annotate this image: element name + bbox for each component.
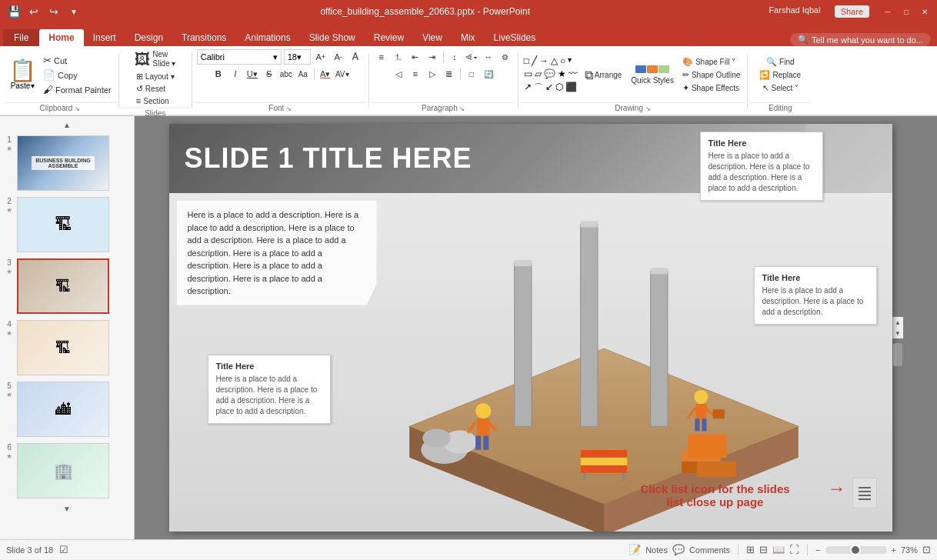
normal-view-icon[interactable]: ⊞ <box>746 544 755 555</box>
slide-thumb-4[interactable]: 4 ★ 🏗 <box>3 318 131 377</box>
section-button[interactable]: ≡ Section <box>134 95 177 106</box>
layout-button[interactable]: ⊞ Layout ▾ <box>134 71 177 82</box>
font-family-dropdown[interactable]: Calibri ▾ <box>197 49 282 65</box>
increase-indent-button[interactable]: ⇥ <box>425 49 440 65</box>
slide-img-4[interactable]: 🏗 <box>17 320 109 375</box>
slide-panel-scroll-up[interactable]: ▲ <box>3 119 131 131</box>
underline-button[interactable]: U▾ <box>245 66 260 82</box>
shape-more[interactable]: ▾ <box>567 55 572 67</box>
font-color-button[interactable]: A▾ <box>318 66 333 82</box>
slide-img-5[interactable]: 🏙 <box>17 382 109 437</box>
shape-effects-button[interactable]: ✦ Shape Effects <box>680 82 742 94</box>
fit-slide-icon[interactable]: ⊡ <box>922 544 931 555</box>
zoom-in-button[interactable]: + <box>892 545 896 555</box>
zoom-slider-thumb[interactable] <box>850 545 861 555</box>
text-box-button[interactable]: □ <box>464 66 479 82</box>
decrease-font-button[interactable]: A- <box>331 49 346 65</box>
paste-dropdown-icon[interactable]: ▾ <box>31 82 35 90</box>
shape-freeform[interactable]: 〰 <box>568 68 579 80</box>
user-name[interactable]: Farshad Iqbal <box>769 5 820 18</box>
shape-arrow[interactable]: → <box>539 55 549 67</box>
numbered-list-button[interactable]: ⒈ <box>391 49 406 65</box>
slide-img-3[interactable]: 🏗 <box>17 258 109 314</box>
zoom-out-button[interactable]: − <box>815 545 820 555</box>
shape-fill-button[interactable]: 🎨 Shape Fill ˅ <box>680 56 742 68</box>
tell-me-input[interactable]: 🔍 Tell me what you want to do... <box>790 33 931 46</box>
zoom-slider[interactable] <box>825 546 887 554</box>
justify-button[interactable]: ≣ <box>442 66 457 82</box>
list-icon[interactable] <box>852 478 877 508</box>
increase-font-button[interactable]: A+ <box>313 49 328 65</box>
font-size-dropdown[interactable]: 18▾ <box>284 49 311 65</box>
slide-panel-scroll-down[interactable]: ▼ <box>3 503 131 515</box>
shape-bend[interactable]: ↙ <box>545 81 554 95</box>
shape-rect[interactable]: □ <box>523 55 530 67</box>
shape-poly[interactable]: ⬡ <box>555 81 564 95</box>
shape-line2[interactable]: ↗ <box>523 81 532 95</box>
align-left-button[interactable]: ◁ <box>391 66 406 82</box>
tab-slideshow[interactable]: Slide Show <box>300 29 365 46</box>
shape-arc[interactable]: ⌒ <box>533 81 544 95</box>
paste-button[interactable]: 📋 Paste ▾ <box>6 58 39 92</box>
reset-button[interactable]: ↺ Reset <box>134 83 177 95</box>
reading-view-icon[interactable]: 📖 <box>772 544 785 555</box>
share-button[interactable]: Share <box>835 5 869 18</box>
save-icon[interactable]: 💾 <box>6 4 22 19</box>
tab-animations[interactable]: Animations <box>235 29 299 46</box>
replace-button[interactable]: 🔁 Replace <box>757 69 803 81</box>
bold-button[interactable]: B <box>211 66 226 82</box>
tab-liveslides[interactable]: LiveSlides <box>485 29 545 46</box>
bullet-list-button[interactable]: ≡ <box>374 49 389 65</box>
arrange-button[interactable]: ⧉Arrange <box>582 67 625 84</box>
shape-circle[interactable]: ○ <box>559 55 566 67</box>
shape-rounded-rect[interactable]: ▭ <box>523 68 533 80</box>
slide-thumb-2[interactable]: 2 ★ 🏗 <box>3 195 131 254</box>
slide-thumb-5[interactable]: 5 ★ 🏙 <box>3 380 131 438</box>
slide-thumb-1[interactable]: 1 ★ BUSINESS BUILDING ASSEMBLE <box>3 134 131 192</box>
restore-button[interactable]: □ <box>900 5 912 18</box>
select-button[interactable]: ↖ Select ˅ <box>760 82 802 94</box>
shape-outline-button[interactable]: ✏ Shape Outline <box>680 69 742 81</box>
tab-insert[interactable]: Insert <box>84 29 125 46</box>
tab-file[interactable]: File <box>3 29 39 46</box>
slide-img-1[interactable]: BUSINESS BUILDING ASSEMBLE <box>17 135 109 191</box>
close-button[interactable]: ✕ <box>919 5 931 18</box>
undo-icon[interactable]: ↩ <box>26 4 42 19</box>
strikethrough-button[interactable]: S <box>262 66 277 82</box>
tab-design[interactable]: Design <box>125 29 172 46</box>
shape-callout[interactable]: 💬 <box>543 68 556 80</box>
slide-thumb-3[interactable]: 3 ★ 🏗 <box>3 257 131 315</box>
format-painter-button[interactable]: 🖌 Format Painter <box>41 83 114 96</box>
tab-home[interactable]: Home <box>39 29 83 46</box>
convert-button[interactable]: 🔄 <box>481 66 496 82</box>
minimize-button[interactable]: ─ <box>882 5 894 18</box>
scroll-up-button[interactable]: ▲ <box>892 317 903 328</box>
new-slide-button[interactable]: 🖼 New Slide ▾ <box>132 49 178 69</box>
line-spacing-button[interactable]: ↕ <box>447 49 462 65</box>
change-case-button[interactable]: Aa <box>295 66 311 82</box>
slide-sorter-icon[interactable]: ⊟ <box>759 544 768 555</box>
shape-tri[interactable]: △ <box>550 55 559 67</box>
shadow-button[interactable]: abc <box>278 66 294 82</box>
slide-img-6[interactable]: 🏢 <box>17 443 109 498</box>
notes-button[interactable]: 📝 <box>629 544 641 555</box>
shape-block[interactable]: ⬛ <box>565 81 578 95</box>
find-button[interactable]: 🔍 Find <box>764 56 796 68</box>
clear-format-button[interactable]: Ꭺ <box>348 49 364 65</box>
accessibility-icon[interactable]: ☑ <box>59 544 68 555</box>
align-right-button[interactable]: ▷ <box>425 66 440 82</box>
slide-thumb-6[interactable]: 6 ★ 🏢 <box>3 442 131 500</box>
text-direction-button[interactable]: ↔ <box>481 49 496 65</box>
char-spacing-button[interactable]: AV▾ <box>335 66 350 82</box>
tab-review[interactable]: Review <box>365 29 413 46</box>
redo-icon[interactable]: ↪ <box>46 4 62 19</box>
customize-qat-icon[interactable]: ▼ <box>66 4 82 19</box>
cut-button[interactable]: ✂ Cut <box>41 54 114 67</box>
tab-view[interactable]: View <box>413 29 452 46</box>
shape-line[interactable]: ╱ <box>531 55 538 67</box>
scroll-thumb[interactable] <box>893 343 902 366</box>
align-center-button[interactable]: ≡ <box>408 66 423 82</box>
notes-label[interactable]: Notes <box>645 545 668 555</box>
copy-button[interactable]: 📄 Copy <box>41 68 114 82</box>
italic-button[interactable]: I <box>228 66 243 82</box>
